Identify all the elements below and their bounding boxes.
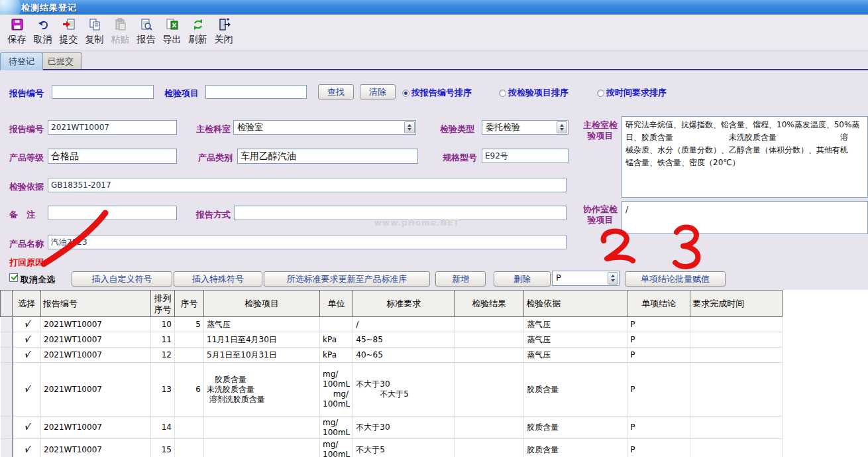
find-button[interactable]: 查找	[318, 84, 354, 99]
cell-sort_no[interactable]: 12	[151, 348, 175, 363]
cell-rowhdr[interactable]	[1, 348, 13, 363]
cell-select[interactable]: √	[13, 417, 41, 439]
cell-std_req[interactable]: /	[353, 317, 455, 332]
sort-by-item-radio[interactable]: 按检验项目排序	[499, 87, 569, 99]
cell-unit[interactable]: kPa	[320, 348, 353, 363]
cell-select[interactable]: √	[13, 439, 41, 457]
report-method-input[interactable]	[234, 206, 567, 220]
cell-std_req[interactable]: 40~65	[353, 348, 455, 363]
product-grade-input[interactable]: 合格品	[48, 149, 177, 164]
cell-basis[interactable]: 胶质含量	[524, 363, 627, 417]
inspect-basis-input[interactable]: GB18351-2017	[48, 178, 567, 192]
table-row[interactable]: √2021WT10007125月1日至10月31日kPa40~65蒸气压P	[1, 348, 783, 363]
cell-basis[interactable]: 蒸气压	[524, 317, 627, 332]
cell-result[interactable]	[455, 332, 524, 348]
cell-unit[interactable]: mg/ 100mL	[320, 417, 353, 439]
column-header-report_no[interactable]: 报告编号	[41, 291, 151, 317]
cell-seq_no[interactable]	[175, 348, 204, 363]
column-header-unit[interactable]: 单位	[320, 291, 353, 317]
submit-button[interactable]: 提交	[56, 17, 81, 49]
cell-report_no[interactable]: 2021WT10007	[41, 348, 151, 363]
cell-result[interactable]	[455, 363, 524, 417]
cell-basis[interactable]: 胶质含量	[524, 417, 627, 439]
cell-due_time[interactable]	[690, 332, 783, 348]
column-header-sort_no[interactable]: 排列 序号	[151, 291, 175, 317]
sort-by-report-no-radio[interactable]: 按报告编号排序	[402, 87, 472, 99]
cell-sort_no[interactable]: 11	[151, 332, 175, 348]
column-header-rowhdr[interactable]	[1, 291, 13, 317]
cell-std_req[interactable]: 不大于30	[353, 417, 455, 439]
save-button[interactable]: 保存	[4, 17, 30, 49]
uncheck-all-checkbox[interactable]	[9, 273, 18, 282]
spinner-icon[interactable]	[557, 121, 567, 133]
cell-item[interactable]: 胶质含量 未洗胶质含量 溶剂洗胶质含量	[204, 363, 320, 417]
cell-conclusion[interactable]: P	[627, 439, 690, 457]
cell-rowhdr[interactable]	[1, 332, 13, 348]
cell-rowhdr[interactable]	[1, 417, 13, 439]
cell-select[interactable]: √	[13, 317, 41, 332]
cell-item[interactable]	[204, 417, 320, 439]
cell-sort_no[interactable]: 14	[151, 417, 175, 439]
tab-pending[interactable]: 待登记	[0, 52, 43, 70]
coop-items-textarea[interactable]: /	[622, 201, 868, 234]
report-button[interactable]: 报告	[133, 17, 159, 49]
cell-sort_no[interactable]: 10	[151, 317, 175, 332]
column-header-basis[interactable]: 检验依据	[524, 291, 627, 317]
cell-due_time[interactable]	[690, 363, 783, 417]
search-report-no-input[interactable]	[52, 85, 154, 99]
cell-seq_no[interactable]: 6	[175, 363, 204, 417]
export-button[interactable]: 导出	[159, 17, 185, 49]
column-header-std_req[interactable]: 标准要求	[353, 291, 455, 317]
main-dept-combo[interactable]: 检验室	[233, 120, 416, 135]
column-header-seq_no[interactable]: 序号	[175, 291, 204, 317]
table-row[interactable]: √2021WT10007105蒸气压/蒸气压P	[1, 317, 783, 332]
cell-std_req[interactable]: 不大于5	[353, 439, 455, 457]
cell-seq_no[interactable]	[175, 417, 204, 439]
cell-result[interactable]	[455, 417, 524, 439]
cell-item[interactable]	[204, 439, 320, 457]
column-header-due_time[interactable]: 要求完成时间	[690, 291, 783, 317]
sort-by-time-radio[interactable]: 按时间要求排序	[597, 87, 667, 99]
cell-basis[interactable]: 蒸气压	[524, 332, 627, 348]
cell-report_no[interactable]: 2021WT10007	[41, 439, 151, 457]
cell-conclusion[interactable]: P	[627, 417, 690, 439]
refresh-button[interactable]: 刷新	[185, 17, 211, 49]
cell-due_time[interactable]	[690, 348, 783, 363]
column-header-conclusion[interactable]: 单项结论	[627, 291, 690, 317]
cell-select[interactable]: √	[13, 332, 41, 348]
cell-due_time[interactable]	[690, 317, 783, 332]
cell-seq_no[interactable]	[175, 439, 204, 457]
cell-report_no[interactable]: 2021WT10007	[41, 363, 151, 417]
cell-item[interactable]: 11月1日至4月30日	[204, 332, 320, 348]
conclusion-combo[interactable]: P	[552, 271, 620, 286]
cell-report_no[interactable]: 2021WT10007	[41, 317, 151, 332]
cell-unit[interactable]	[320, 317, 353, 332]
column-header-result[interactable]: 检验结果	[455, 291, 524, 317]
cell-sort_no[interactable]: 15	[151, 439, 175, 457]
cell-report_no[interactable]: 2021WT10007	[41, 417, 151, 439]
cell-unit[interactable]: kPa	[320, 332, 353, 348]
cell-conclusion[interactable]: P	[627, 348, 690, 363]
cell-seq_no[interactable]	[175, 332, 204, 348]
report-no-input[interactable]: 2021WT10007	[48, 120, 177, 135]
product-name-input[interactable]: 汽油2323	[48, 235, 567, 249]
add-button[interactable]: 新增	[435, 271, 486, 287]
copy-button[interactable]: 复制	[81, 17, 107, 49]
clear-button[interactable]: 清除	[360, 84, 396, 99]
batch-assign-button[interactable]: 单项结论批量赋值	[625, 271, 726, 287]
cell-select[interactable]: √	[13, 363, 41, 417]
cell-seq_no[interactable]: 5	[175, 317, 204, 332]
insert-special-symbol-button[interactable]: 插入特殊符号	[174, 271, 262, 287]
cell-std_req[interactable]: 不大于30 不大于5	[353, 363, 455, 417]
insert-custom-symbol-button[interactable]: 插入自定义符号	[72, 271, 172, 287]
cell-item[interactable]: 5月1日至10月31日	[204, 348, 320, 363]
cell-conclusion[interactable]: P	[627, 363, 690, 417]
delete-button[interactable]: 删除	[494, 271, 551, 287]
cell-conclusion[interactable]: P	[627, 317, 690, 332]
main-items-textarea[interactable]: 研究法辛烷值、抗爆指数、铅含量、馏程、10%蒸发温度、50%蒸 日、胶质含量 未…	[622, 116, 868, 198]
inspect-type-combo[interactable]: 委托检验	[482, 120, 569, 135]
cell-due_time[interactable]	[690, 417, 783, 439]
product-type-input[interactable]: 车用乙醇汽油	[237, 149, 418, 164]
update-standard-button[interactable]: 所选标准要求更新至产品标准库	[264, 271, 430, 287]
cell-conclusion[interactable]: P	[627, 332, 690, 348]
